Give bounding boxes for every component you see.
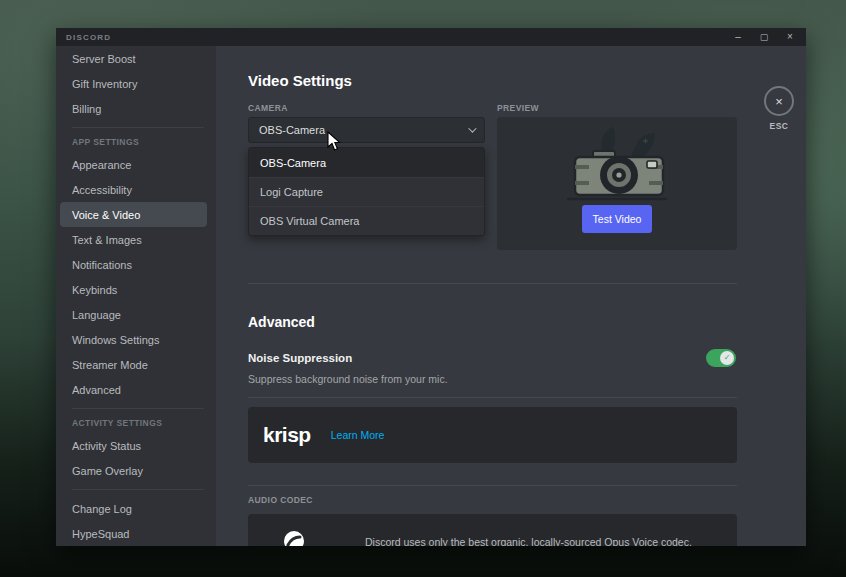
section-divider [248, 283, 737, 284]
sidebar-item-gift-inventory[interactable]: Gift Inventory [60, 71, 207, 96]
sidebar-item-language[interactable]: Language [60, 302, 207, 327]
krisp-learn-more-link[interactable]: Learn More [331, 429, 385, 441]
sidebar-divider [72, 127, 204, 128]
close-settings-button[interactable]: × ESC [761, 86, 797, 131]
section-divider [248, 397, 737, 398]
video-settings-panel: Video Settings CAMERA OBS-Camera OBS-Cam… [216, 46, 806, 546]
preview-label: PREVIEW [497, 103, 539, 113]
window-controls: – ▢ × [732, 28, 796, 46]
sidebar-item-keybinds[interactable]: Keybinds [60, 277, 207, 302]
camera-select[interactable]: OBS-Camera [248, 117, 485, 143]
sidebar-item-voice-video[interactable]: Voice & Video [60, 202, 207, 227]
camera-option-logi-capture[interactable]: Logi Capture [249, 177, 484, 206]
sidebar-item-streamer-mode[interactable]: Streamer Mode [60, 352, 207, 377]
page-title: Video Settings [248, 72, 352, 89]
audio-codec-label: AUDIO CODEC [248, 495, 313, 505]
section-divider [248, 485, 737, 486]
advanced-section-title: Advanced [248, 314, 315, 330]
minimize-icon[interactable]: – [732, 28, 744, 46]
titlebar: DISCORD – ▢ × [56, 28, 806, 46]
audio-codec-description: Discord uses only the best organic, loca… [365, 536, 692, 546]
krisp-card: krisp Learn More [248, 407, 737, 463]
window-title: DISCORD [66, 33, 111, 42]
sidebar-item-server-boost[interactable]: Server Boost [60, 46, 207, 71]
sidebar-item-advanced[interactable]: Advanced [60, 377, 207, 402]
sidebar-item-game-overlay[interactable]: Game Overlay [60, 458, 207, 483]
sidebar-item-hypesquad[interactable]: HypeSquad [60, 521, 207, 546]
camera-preview-box: Test Video [497, 117, 737, 250]
camera-illustration-icon [559, 123, 675, 203]
sidebar-item-windows-settings[interactable]: Windows Settings [60, 327, 207, 352]
sidebar-divider [72, 408, 204, 409]
camera-option-obs-camera[interactable]: OBS-Camera [249, 148, 484, 177]
noise-suppression-description: Suppress background noise from your mic. [248, 373, 448, 385]
close-x-icon[interactable]: × [764, 86, 794, 116]
sidebar-item-activity-status[interactable]: Activity Status [60, 433, 207, 458]
audio-codec-card: Discord uses only the best organic, loca… [248, 514, 737, 546]
noise-suppression-toggle[interactable]: ✓ [706, 349, 736, 367]
sidebar-item-notifications[interactable]: Notifications [60, 252, 207, 277]
close-icon[interactable]: × [784, 28, 796, 46]
sidebar-header-activity-settings: ACTIVITY SETTINGS [56, 415, 216, 431]
camera-label: CAMERA [248, 103, 288, 113]
sidebar-item-text-images[interactable]: Text & Images [60, 227, 207, 252]
noise-suppression-label: Noise Suppression [248, 352, 352, 364]
test-video-button[interactable]: Test Video [582, 205, 652, 233]
esc-label: ESC [761, 121, 797, 131]
opus-logo-icon [281, 529, 307, 546]
discord-window: DISCORD – ▢ × Server Boost Gift Inventor… [56, 28, 806, 546]
sidebar-item-accessibility[interactable]: Accessibility [60, 177, 207, 202]
camera-select-value: OBS-Camera [259, 124, 325, 136]
maximize-icon[interactable]: ▢ [758, 28, 770, 46]
chevron-down-icon [468, 124, 476, 132]
krisp-logo: krisp [263, 423, 311, 447]
toggle-check-icon: ✓ [720, 351, 734, 365]
sidebar-item-change-log[interactable]: Change Log [60, 496, 207, 521]
camera-dropdown: OBS-Camera Logi Capture OBS Virtual Came… [248, 147, 485, 236]
sidebar-header-app-settings: APP SETTINGS [56, 134, 216, 150]
sidebar-divider [72, 489, 204, 490]
camera-option-obs-virtual-camera[interactable]: OBS Virtual Camera [249, 206, 484, 235]
sidebar-item-billing[interactable]: Billing [60, 96, 207, 121]
settings-sidebar: Server Boost Gift Inventory Billing APP … [56, 46, 216, 546]
sidebar-item-appearance[interactable]: Appearance [60, 152, 207, 177]
